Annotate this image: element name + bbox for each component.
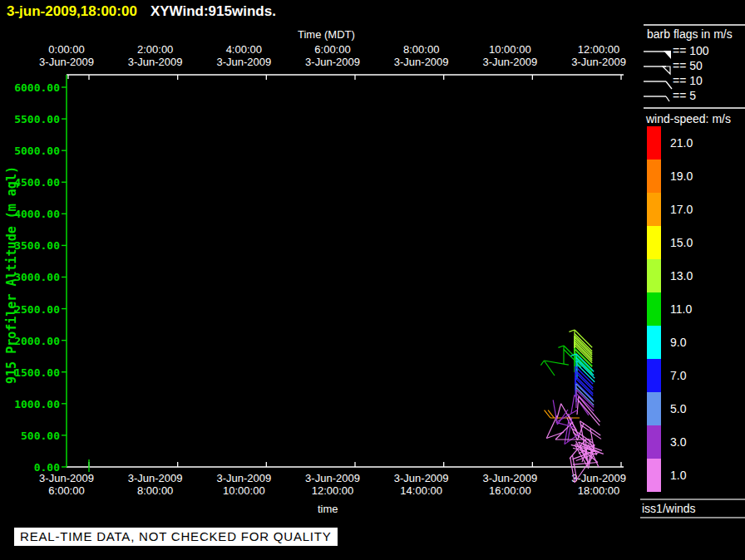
plot-svg (0, 0, 745, 560)
colorbar-swatch (647, 425, 661, 459)
colorbar-swatch (647, 459, 661, 492)
barb-legend-label: == 5 (673, 89, 696, 102)
colorbar-value: 11.0 (670, 302, 692, 316)
barb-legend-label: == 50 (673, 59, 703, 72)
legend-bottom-divider (644, 107, 745, 109)
colorbar-value: 7.0 (670, 369, 686, 382)
colorbar-value: 19.0 (670, 169, 693, 183)
colorbar-swatch (647, 259, 661, 292)
colorbar-value: 5.0 (670, 402, 686, 415)
colorbar-title: wind-speed: m/s (646, 112, 731, 125)
colorbar-swatch (647, 193, 661, 226)
colorbar-swatch (647, 126, 661, 160)
barb-legend-title: barb flags in m/s (647, 27, 733, 41)
barb-legend-label: == 100 (673, 44, 709, 57)
colorbar-swatch (647, 160, 661, 193)
colorbar-value: 1.0 (670, 469, 686, 482)
colorbar-value: 15.0 (670, 236, 693, 249)
full-barb-icon (666, 81, 672, 89)
quality-warning-banner: REAL-TIME DATA, NOT CHECKED FOR QUALITY (14, 528, 338, 546)
colorbar-value: 9.0 (670, 336, 686, 349)
xplot-window: 3-jun-2009,18:00:00XYWind:915winds. Time… (0, 0, 745, 560)
colorbar-value: 17.0 (670, 203, 693, 216)
colorbar-swatch (647, 292, 661, 326)
colorbar-swatch (647, 326, 661, 359)
colorbar-swatch (647, 359, 661, 392)
data-source-label: iss1/winds (642, 502, 696, 515)
colorbar-value: 3.0 (670, 435, 686, 449)
source-top-divider (640, 499, 745, 500)
half-barb-icon (666, 96, 669, 101)
colorbar-swatch (647, 226, 661, 259)
plot-canvas[interactable] (67, 75, 624, 467)
colorbar-value: 13.0 (670, 269, 693, 282)
legend-top-divider (644, 24, 745, 26)
colorbar-value: 21.0 (670, 136, 693, 150)
pennant-open-icon (663, 66, 670, 74)
barb-legend-label: == 10 (673, 74, 703, 87)
colorbar-swatch (647, 392, 661, 425)
source-bottom-divider (640, 517, 745, 518)
